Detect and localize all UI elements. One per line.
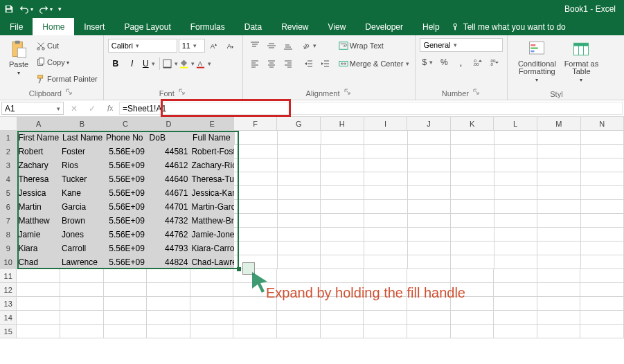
cell[interactable] xyxy=(451,131,494,145)
cell[interactable] xyxy=(581,186,624,200)
cell[interactable]: Robert-Foster-20/01/2022 xyxy=(190,145,234,158)
col-header-I[interactable]: I xyxy=(364,117,408,131)
row-header[interactable]: 2 xyxy=(0,145,17,158)
cell[interactable] xyxy=(321,283,364,297)
autofill-options-button[interactable] xyxy=(242,262,255,275)
cell[interactable] xyxy=(408,228,452,242)
cell[interactable]: Tucker xyxy=(60,172,104,186)
cell[interactable] xyxy=(277,325,321,338)
cell[interactable]: 44762 xyxy=(147,228,190,242)
cell[interactable]: Last Name xyxy=(61,131,105,145)
cell[interactable] xyxy=(60,325,104,338)
cell[interactable] xyxy=(278,158,321,172)
cell[interactable]: Carroll xyxy=(60,242,104,255)
cell[interactable] xyxy=(537,228,581,242)
align-top-icon[interactable] xyxy=(247,38,262,53)
cell[interactable] xyxy=(233,297,277,311)
cell[interactable] xyxy=(147,283,190,297)
cell[interactable] xyxy=(407,311,451,325)
cell[interactable]: 5.56E+09 xyxy=(103,228,147,242)
tab-home[interactable]: Home xyxy=(33,18,74,35)
row-header[interactable]: 8 xyxy=(0,228,17,242)
cell[interactable]: 5.56E+09 xyxy=(103,200,147,214)
cell[interactable]: 5.56E+09 xyxy=(103,242,147,255)
decrease-indent-icon[interactable] xyxy=(301,56,317,71)
format-as-table-button[interactable]: Format as Table▾ xyxy=(562,38,600,84)
fill-color-button[interactable] xyxy=(179,56,195,71)
format-painter-button[interactable]: Format Painter xyxy=(35,71,99,87)
col-header-H[interactable]: H xyxy=(321,117,364,131)
cell[interactable] xyxy=(233,269,277,283)
cell[interactable] xyxy=(321,311,364,325)
align-bottom-icon[interactable] xyxy=(280,38,296,53)
fill-handle[interactable] xyxy=(237,267,241,271)
align-right-icon[interactable] xyxy=(280,56,296,71)
row-header[interactable]: 10 xyxy=(0,255,17,269)
cell[interactable] xyxy=(234,158,278,172)
cell[interactable]: 44732 xyxy=(147,214,190,228)
cell[interactable] xyxy=(451,242,494,255)
cell[interactable] xyxy=(581,158,624,172)
cell[interactable]: Brown xyxy=(60,214,104,228)
col-header-B[interactable]: B xyxy=(61,117,105,131)
cell[interactable] xyxy=(364,172,408,186)
cell[interactable] xyxy=(451,214,494,228)
cell[interactable] xyxy=(408,186,452,200)
spreadsheet-grid[interactable]: ABCDEFGHIJKLMN 1First NameLast NamePhone… xyxy=(0,117,624,338)
cell[interactable] xyxy=(581,214,624,228)
cell[interactable] xyxy=(364,311,407,325)
cell[interactable] xyxy=(581,200,624,214)
cell[interactable] xyxy=(17,297,60,311)
cell[interactable]: Foster xyxy=(60,145,104,158)
cell[interactable]: 5.56E+09 xyxy=(103,255,147,269)
paste-button[interactable]: Paste ▾ xyxy=(4,38,33,78)
col-header-A[interactable]: A xyxy=(17,117,61,131)
cell[interactable]: Kiara xyxy=(17,242,60,255)
row-header[interactable]: 14 xyxy=(0,311,17,325)
tab-help[interactable]: Help xyxy=(413,18,449,35)
cell[interactable] xyxy=(407,297,451,311)
cell[interactable]: Full Name xyxy=(191,131,235,145)
cell[interactable] xyxy=(408,255,452,269)
cell[interactable]: Rios xyxy=(60,158,104,172)
tab-data[interactable]: Data xyxy=(235,18,271,35)
cell[interactable]: Jamie xyxy=(17,228,60,242)
cell[interactable]: 44701 xyxy=(147,200,190,214)
tab-formulas[interactable]: Formulas xyxy=(181,18,235,35)
name-box[interactable]: A1 xyxy=(1,102,64,115)
cell[interactable]: Phone No xyxy=(105,131,148,145)
cell[interactable]: Chad-Lawrence-20/09/2022 xyxy=(190,255,234,269)
cell[interactable] xyxy=(277,269,321,283)
tab-insert[interactable]: Insert xyxy=(74,18,114,35)
font-color-button[interactable]: A xyxy=(196,56,211,71)
cell[interactable] xyxy=(364,214,408,228)
cell[interactable]: 5.56E+09 xyxy=(103,172,147,186)
cell[interactable] xyxy=(494,228,538,242)
row-header[interactable]: 7 xyxy=(0,214,17,228)
cell[interactable] xyxy=(321,228,364,242)
cell[interactable] xyxy=(494,158,538,172)
cell[interactable] xyxy=(190,269,234,283)
cell[interactable] xyxy=(581,228,624,242)
cell[interactable] xyxy=(408,172,452,186)
cell[interactable] xyxy=(537,131,581,145)
select-all-corner[interactable] xyxy=(0,117,17,131)
fx-icon[interactable]: fx xyxy=(101,100,119,116)
cell[interactable]: 5.56E+09 xyxy=(103,214,147,228)
cell[interactable]: Matthew xyxy=(17,214,60,228)
row-header[interactable]: 9 xyxy=(0,242,17,255)
cell[interactable] xyxy=(17,311,60,325)
cell[interactable]: Lawrence xyxy=(60,255,104,269)
cell[interactable] xyxy=(537,325,581,338)
cancel-formula-icon[interactable]: ✕ xyxy=(65,100,83,116)
cell[interactable] xyxy=(580,325,624,338)
cell[interactable] xyxy=(494,131,538,145)
borders-button[interactable] xyxy=(163,56,178,71)
redo-button[interactable]: ▾ xyxy=(39,4,53,14)
increase-decimal-icon[interactable]: .0.00 xyxy=(470,55,485,70)
cell[interactable] xyxy=(451,283,494,297)
copy-button[interactable]: Copy▾ xyxy=(35,55,99,70)
align-center-icon[interactable] xyxy=(264,56,279,71)
cell[interactable] xyxy=(494,214,538,228)
tab-review[interactable]: Review xyxy=(271,18,318,35)
